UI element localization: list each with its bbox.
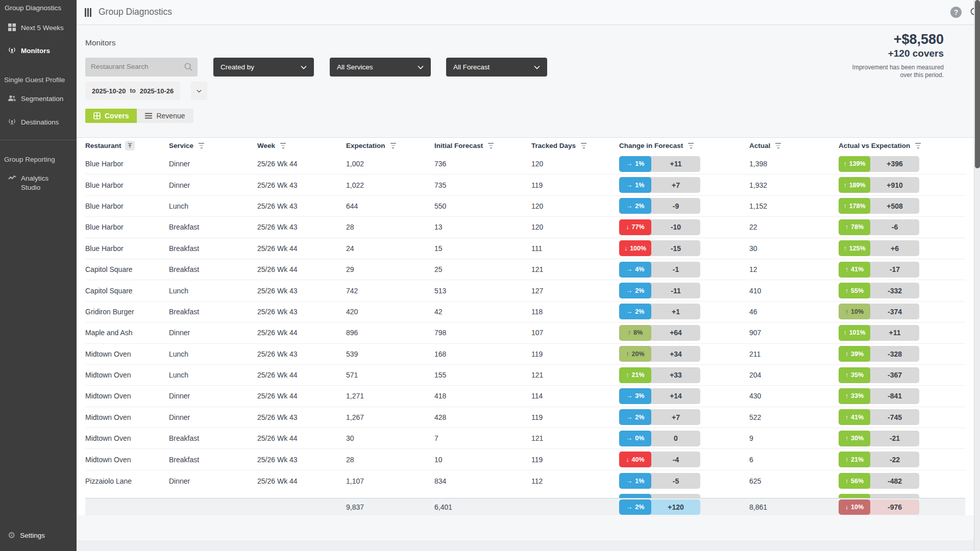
table-row[interactable]: Midtown Oven Breakfast 25/26 Wk 44 30 7 … — [85, 428, 965, 449]
table-row[interactable]: Blue Harbor Dinner 25/26 Wk 44 1,002 736… — [85, 154, 965, 174]
tab-covers[interactable]: Covers — [85, 109, 137, 123]
cell-tracked-days: 119 — [531, 413, 619, 421]
cell-actual-vs-expectation: ↑21% -22 — [839, 452, 965, 467]
collapse-sidebar-icon[interactable] — [85, 8, 92, 17]
sidebar-item-destinations[interactable]: Destinations — [0, 117, 77, 127]
filter-icon[interactable] — [197, 141, 206, 149]
cell-change-in-forecast: →1% +7 — [619, 177, 749, 193]
trend-arrow-icon: → — [626, 266, 633, 273]
table-row[interactable]: Blue Harbor Lunch 25/26 Wk 43 644 550 12… — [85, 196, 965, 217]
cell-expectation: 644 — [346, 202, 434, 210]
change-delta: -9 — [651, 198, 700, 214]
filter-icon[interactable] — [579, 141, 588, 149]
cell-expectation: 539 — [346, 350, 434, 358]
sidebar-item-label: Settings — [20, 532, 45, 539]
vs-percent: 189% — [849, 182, 866, 189]
summary-caption: Improvement has been measured over this … — [842, 64, 944, 80]
table-row[interactable]: Capitol Square Lunch 25/26 Wk 43 742 513… — [85, 280, 965, 301]
vs-badge: ↑78% -6 — [839, 219, 919, 235]
sidebar-item-settings[interactable]: ⚙ Settings — [8, 531, 45, 540]
cell-service: Breakfast — [169, 308, 257, 316]
sidebar-item-analytics-studio[interactable]: Analytics Studio — [0, 173, 66, 192]
cell-service: Dinner — [169, 477, 257, 485]
table-row[interactable]: Midtown Oven Lunch 25/26 Wk 43 539 168 1… — [85, 344, 965, 365]
vs-delta: +508 — [870, 198, 919, 214]
trend-arrow-icon: → — [626, 478, 633, 485]
cell-actual-vs-expectation: ↑125% +6 — [839, 240, 965, 256]
table-row[interactable]: Pizzaiolo Lane Dinner 25/26 Wk 44 1,107 … — [85, 470, 965, 491]
all-services-dropdown[interactable]: All Services — [330, 58, 431, 77]
cell-expectation: 29 — [346, 265, 434, 273]
table-row[interactable]: Midtown Oven Breakfast 25/26 Wk 43 28 10… — [85, 449, 965, 470]
cell-initial-forecast: 15 — [434, 244, 531, 253]
restaurant-search-input[interactable]: Restaurant Search — [85, 58, 198, 77]
table-row[interactable]: Blue Harbor Breakfast 25/26 Wk 43 28 13 … — [85, 217, 965, 238]
change-badge: ↓77% -10 — [619, 219, 700, 235]
table-row[interactable]: Midtown Oven Dinner 25/26 Wk 44 1,271 41… — [85, 386, 965, 407]
cell-service: Breakfast — [169, 244, 257, 253]
top-header: Group Diagnostics ? SS Sarah — [77, 0, 980, 25]
change-badge — [619, 494, 700, 498]
cell-tracked-days: 120 — [531, 202, 619, 210]
vs-badge: ↑178% +508 — [839, 198, 919, 214]
column-header-initial-forecast: Initial Forecast — [434, 141, 531, 149]
cell-initial-forecast: 7 — [434, 434, 531, 442]
cell-service: Dinner — [169, 160, 257, 168]
table-row[interactable]: Gridiron Burger Breakfast 25/26 Wk 43 42… — [85, 302, 965, 322]
cell-change-in-forecast: ↓100% -15 — [619, 240, 749, 256]
change-delta: 0 — [651, 431, 700, 446]
cell-actual-vs-expectation: ↑56% -482 — [839, 473, 965, 489]
filter-icon[interactable] — [914, 141, 922, 149]
all-forecast-dropdown[interactable]: All Forecast — [446, 58, 547, 77]
cell-tracked-days: 120 — [531, 223, 619, 231]
sidebar-item-monitors[interactable]: Monitors — [0, 46, 77, 56]
cell-initial-forecast: 550 — [434, 202, 531, 210]
change-percent: 20% — [632, 350, 645, 358]
vs-percent: 10% — [851, 504, 864, 511]
cell-week: 25/26 Wk 43 — [257, 413, 346, 421]
date-range-button[interactable]: 2025-10-20 to 2025-10-26 — [85, 82, 180, 100]
table-row[interactable]: Maple and Ash Dinner 25/26 Wk 44 896 798… — [85, 322, 965, 343]
filter-icon[interactable] — [279, 141, 287, 149]
table-row[interactable]: Capitol Square Breakfast 25/26 Wk 44 29 … — [85, 259, 965, 280]
change-percent: 40% — [632, 456, 645, 463]
cell-expectation: 1,271 — [346, 392, 434, 400]
sort-icon[interactable] — [125, 141, 135, 151]
cell-actual: 9 — [749, 434, 839, 442]
filter-icon[interactable] — [389, 141, 398, 149]
column-label: Expectation — [346, 142, 385, 149]
dropdown-value: All Services — [337, 63, 373, 71]
date-range-expand-button[interactable] — [191, 82, 207, 100]
vertical-scrollbar[interactable] — [974, 0, 980, 551]
vs-badge: ↑125% +6 — [839, 240, 919, 256]
table-row-partial[interactable] — [85, 491, 965, 498]
filter-icon[interactable] — [486, 141, 495, 149]
change-percent: 0% — [635, 435, 644, 442]
line-chart-icon — [8, 173, 16, 182]
trend-arrow-icon: ↓ — [626, 223, 629, 231]
trend-arrow-icon: → — [626, 414, 633, 421]
cell-actual: 410 — [749, 287, 839, 295]
sidebar-item-next-5-weeks[interactable]: Next 5 Weeks — [0, 23, 77, 33]
table-row[interactable]: Midtown Oven Lunch 25/26 Wk 44 571 155 1… — [85, 365, 965, 386]
table-row[interactable]: Blue Harbor Dinner 25/26 Wk 43 1,022 735… — [85, 174, 965, 195]
vs-badge: ↑39% -328 — [839, 346, 919, 362]
change-percent: 100% — [630, 245, 646, 252]
column-label: Restaurant — [85, 142, 121, 149]
tab-revenue[interactable]: Revenue — [137, 109, 193, 123]
sidebar-section-group-reporting: Group Reporting — [4, 156, 55, 163]
vs-percent: 125% — [849, 245, 866, 252]
filter-icon[interactable] — [687, 141, 695, 149]
trend-arrow-icon: → — [626, 287, 633, 294]
scrollbar-thumb[interactable] — [975, 0, 980, 168]
cell-week: 25/26 Wk 43 — [257, 181, 346, 189]
help-icon[interactable]: ? — [950, 7, 962, 18]
table-row[interactable]: Blue Harbor Breakfast 25/26 Wk 44 24 15 … — [85, 238, 965, 259]
table-row[interactable]: Midtown Oven Dinner 25/26 Wk 43 1,267 42… — [85, 407, 965, 428]
vs-badge: ↑21% -22 — [839, 452, 919, 467]
change-badge: ↑20% +34 — [619, 346, 700, 362]
change-delta: -15 — [651, 240, 700, 256]
created-by-dropdown[interactable]: Created by — [213, 58, 314, 77]
sidebar-item-segmentation[interactable]: Segmentation — [0, 94, 77, 104]
filter-icon[interactable] — [774, 141, 782, 149]
